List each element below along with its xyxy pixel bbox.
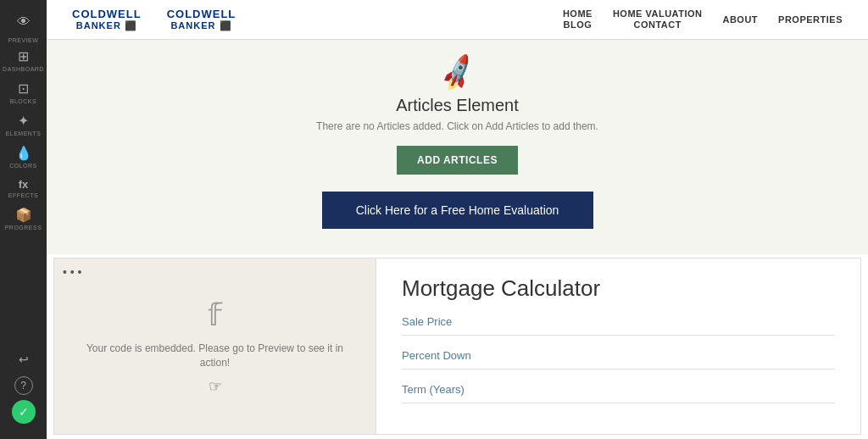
check-icon[interactable]: ✓: [12, 400, 36, 424]
percent-down-label: Percent Down: [402, 349, 835, 370]
nav-home-valuation[interactable]: HOME VALUATION: [613, 8, 703, 19]
colors-label: COLORS: [9, 163, 37, 169]
site-navigation: COLDWELL BANKER ⬛ COLDWELL BANKER ⬛ HOME…: [47, 0, 868, 40]
logo-right-line2: BANKER ⬛: [170, 20, 231, 31]
rocket-icon: 🚀: [436, 53, 479, 94]
mortgage-calculator-title: Mortgage Calculator: [402, 275, 835, 302]
effects-label: EFFECTS: [8, 192, 38, 198]
sidebar-item-elements[interactable]: ✦ ELEMENTS: [0, 108, 47, 140]
help-icon[interactable]: ?: [14, 376, 33, 395]
logo-right-line1: COLDWELL: [167, 8, 236, 20]
sidebar-item-progress[interactable]: 📦 PROGRESS: [0, 202, 47, 234]
sidebar-item-effects[interactable]: fx EFFECTS: [0, 172, 47, 202]
three-dots-menu[interactable]: • • •: [63, 265, 81, 279]
elements-icon: ✦: [18, 114, 29, 128]
logo-left-line1: COLDWELL: [72, 8, 142, 20]
eye-icon[interactable]: 👁: [0, 7, 47, 37]
facebook-icon: 𝕗: [208, 297, 222, 333]
dashboard-label: DASHBOARD: [3, 66, 44, 72]
percent-down-field: Percent Down: [402, 349, 835, 370]
sidebar-item-dashboard[interactable]: ⊞ DASHBOARD: [0, 43, 47, 75]
bottom-section: • • • 𝕗 Your code is embedded. Please go…: [53, 258, 861, 435]
page-content-area: 🚀 Articles Element There are no Articles…: [47, 40, 868, 439]
embed-message: Your code is embedded. Please go to Prev…: [71, 342, 359, 370]
social-embed-area: • • • 𝕗 Your code is embedded. Please go…: [54, 258, 376, 434]
nav-link-home-blog[interactable]: HOME BLOG: [563, 8, 593, 31]
nav-home[interactable]: HOME: [563, 8, 593, 19]
home-evaluation-button[interactable]: Click Here for a Free Home Evaluation: [322, 192, 593, 229]
preview-label: PREVIEW: [8, 37, 39, 43]
logo-left-line2: BANKER ⬛: [76, 20, 137, 31]
sidebar-item-blocks[interactable]: ⊡ BLOCKS: [0, 75, 47, 108]
progress-label: PROGRESS: [5, 225, 42, 231]
term-years-label: Term (Years): [402, 383, 835, 403]
nav-contact[interactable]: CONTACT: [633, 19, 681, 31]
cursor-icon: ☞: [209, 377, 222, 396]
articles-subtitle: There are no Articles added. Click on Ad…: [316, 120, 598, 132]
sidebar-item-colors[interactable]: 💧 COLORS: [0, 140, 47, 172]
blocks-label: BLOCKS: [10, 98, 36, 104]
sale-price-field: Sale Price: [402, 315, 835, 336]
mortgage-calculator: Mortgage Calculator Sale Price Percent D…: [376, 258, 860, 434]
effects-icon: fx: [19, 179, 29, 190]
nav-link-about[interactable]: ABOUT: [722, 14, 758, 25]
articles-section: 🚀 Articles Element There are no Articles…: [47, 40, 868, 254]
sale-price-label: Sale Price: [402, 315, 835, 336]
undo-icon[interactable]: ↩: [12, 347, 36, 371]
colors-icon: 💧: [15, 147, 32, 160]
progress-icon: 📦: [15, 208, 32, 222]
articles-title: Articles Element: [396, 96, 519, 115]
nav-link-valuation[interactable]: HOME VALUATION CONTACT: [613, 8, 703, 31]
term-years-field: Term (Years): [402, 383, 835, 403]
site-logos: COLDWELL BANKER ⬛ COLDWELL BANKER ⬛: [72, 8, 546, 31]
left-sidebar: 👁 PREVIEW ⊞ DASHBOARD ⊡ BLOCKS ✦ ELEMENT…: [0, 0, 47, 439]
nav-link-properties[interactable]: PROPERTIES: [778, 14, 843, 25]
logo-right: COLDWELL BANKER ⬛: [167, 8, 236, 31]
sidebar-bottom-actions: ↩ ? ✓: [12, 347, 36, 432]
dashboard-icon: ⊞: [18, 50, 29, 64]
blocks-icon: ⊡: [18, 82, 29, 96]
nav-links: HOME BLOG HOME VALUATION CONTACT ABOUT P…: [563, 8, 843, 31]
website-frame: COLDWELL BANKER ⬛ COLDWELL BANKER ⬛ HOME…: [47, 0, 868, 439]
elements-label: ELEMENTS: [6, 131, 42, 136]
add-articles-button[interactable]: ADD ARTICLES: [397, 146, 518, 175]
main-content: COLDWELL BANKER ⬛ COLDWELL BANKER ⬛ HOME…: [47, 0, 868, 439]
nav-blog[interactable]: BLOG: [564, 19, 593, 31]
logo-left: COLDWELL BANKER ⬛: [72, 8, 142, 31]
